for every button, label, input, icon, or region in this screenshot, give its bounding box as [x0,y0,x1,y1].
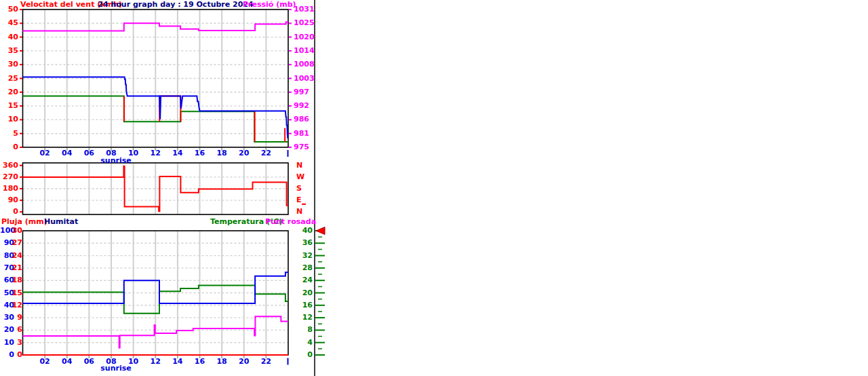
rain-axis-tick-label: 24 [7,252,22,260]
x-axis-tick-label: 04 [60,149,75,157]
x-axis-tick-label: 04 [60,358,75,366]
rain-axis-tick-label: 21 [7,264,22,272]
pressure-axis-tick [289,78,292,79]
pressure-axis-title: Pressió (mb) [243,1,292,9]
left-axis-tick [20,64,22,65]
rain-axis-title: Pluja (mm) [1,218,47,226]
temperature-scale-tick-label: 12 [292,314,313,322]
x-axis-tick-label: 06 [81,358,96,366]
left-axis-tick [20,133,22,134]
x-axis-tick-label: 08 [104,358,119,366]
left-axis-tick [20,22,22,24]
pressure-axis-tick-label: 997 [294,88,309,96]
pressure-axis-tick [289,105,292,107]
graph-title: 24 hour graph day : 19 Octubre 2024 [81,1,270,9]
x-axis-tick-label: 06 [81,149,96,157]
pressure-axis-tick [289,92,292,93]
direction-axis-letter: W [296,173,304,181]
left-axis-tick [20,147,22,148]
pressure-axis-tick [289,133,292,134]
left-axis-tick-label: 45 [0,19,18,27]
rain-axis-tick-label: 3 [7,339,22,347]
pressure-axis-tick-label: 992 [294,102,309,110]
left-axis-tick [20,37,22,38]
temperature-scale-tick-label: 28 [292,264,313,272]
pressure-axis-tick-label: 981 [294,130,309,138]
left-axis-tick [20,211,22,212]
left-axis-tick-label: 35 [0,47,18,55]
pressure-axis-tick-label: 1020 [294,33,315,41]
left-axis-tick [20,9,22,10]
pressure-axis-tick [289,64,292,65]
pressure-axis-tick [289,9,292,10]
x-axis-tick-label: 20 [237,149,252,157]
left-axis-tick [20,50,22,52]
temperature-scale-tick-label: 4 [292,339,313,347]
x-axis-end-label-clipped [288,358,289,365]
temperature-scale-tick-label: 16 [292,301,313,309]
left-axis-tick [20,119,22,120]
humidity-axis-title: Humitat [44,218,78,226]
sunrise-label-top: sunrise [99,157,133,165]
pressure-axis-tick-label: 1031 [294,5,315,14]
x-axis-tick-label: 18 [214,358,229,366]
direction-axis-letter: E [296,196,302,204]
pressure-axis-tick-label: 1014 [294,47,315,55]
temperature-scale-tick-label: 36 [292,239,313,247]
left-axis-tick [20,176,22,178]
rain-axis-tick-label: 9 [7,314,22,322]
pressure-axis-tick-label: 986 [294,115,309,124]
x-axis-tick-label: 18 [214,149,229,157]
temperature-scale-tick-label: 20 [292,289,313,297]
temperature-scale-tick-label: 24 [292,276,313,284]
rain-axis-tick-label: 0 [7,351,22,359]
pressure-axis-tick [289,119,292,120]
pressure-axis-tick [289,50,292,52]
rain-axis-tick-label: 30 [7,227,22,235]
chart-canvas [0,0,868,376]
rain-axis-tick-label: 27 [7,239,22,247]
x-axis-end-label-clipped [288,150,289,157]
x-axis-tick-label: 02 [37,149,52,157]
temperature-marker-triangle [316,227,325,235]
temperature-scale-tick-label: 32 [292,252,313,260]
left-axis-tick [20,105,22,107]
sunrise-label-bottom: sunrise [99,364,133,373]
x-axis-tick-label: 12 [148,149,163,157]
left-axis-tick-label: 5 [0,130,18,138]
left-axis-tick [20,165,22,166]
x-axis-tick-label: 10 [126,149,141,157]
temperature-scale-tick-label: 8 [292,326,313,334]
x-axis-tick-label: 08 [104,149,119,157]
rain-axis-tick-label: 15 [7,289,22,297]
left-axis-tick-label: 15 [0,102,18,110]
left-axis-tick-label: 40 [0,33,18,41]
x-axis-tick-label: 16 [193,149,208,157]
x-axis-tick-label: 14 [170,358,185,366]
left-axis-tick [20,188,22,189]
left-axis-tick-label: 50 [0,5,18,14]
pressure-axis-tick [289,22,292,24]
x-axis-tick-label: 14 [170,149,185,157]
x-axis-tick-label: 22 [258,149,273,157]
left-axis-tick-label: 0 [0,208,18,216]
left-axis-tick-label: 25 [0,75,18,83]
x-axis-tick-label: 22 [258,358,273,366]
temperature-scale-tick-label: 0 [292,351,313,359]
pressure-axis-tick-label: 1008 [294,60,315,69]
left-axis-tick-label: 10 [0,115,18,124]
rain-axis-tick-label: 6 [7,326,22,334]
pressure-axis-tick-label: 975 [294,143,309,151]
left-axis-tick-label: 90 [0,196,18,204]
dewpoint-axis-title: Punt rosada [265,218,316,226]
left-axis-tick [20,200,22,201]
direction-axis-letter: N [296,208,302,216]
left-axis-tick-label: 0 [0,143,18,151]
rain-axis-tick-label: 18 [7,276,22,284]
x-axis-tick-label: 12 [148,358,163,366]
x-axis-tick-label: 16 [193,358,208,366]
pressure-axis-tick-label: 1003 [294,75,315,83]
left-axis-tick-label: 270 [0,173,18,181]
current-direction-marker [302,204,306,205]
pressure-axis-tick-label: 1025 [294,19,315,27]
